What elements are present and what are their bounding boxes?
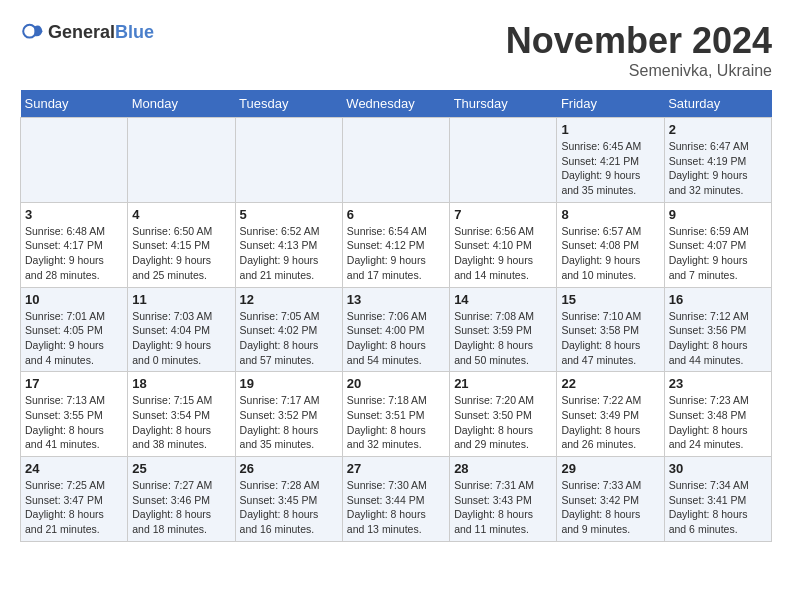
- calendar-cell: [21, 118, 128, 203]
- day-number: 9: [669, 207, 767, 222]
- day-number: 17: [25, 376, 123, 391]
- col-thursday: Thursday: [450, 90, 557, 118]
- day-number: 25: [132, 461, 230, 476]
- day-number: 18: [132, 376, 230, 391]
- day-info: Sunrise: 6:45 AMSunset: 4:21 PMDaylight:…: [561, 139, 659, 198]
- day-info: Sunrise: 7:15 AMSunset: 3:54 PMDaylight:…: [132, 393, 230, 452]
- day-number: 13: [347, 292, 445, 307]
- calendar-cell: 18Sunrise: 7:15 AMSunset: 3:54 PMDayligh…: [128, 372, 235, 457]
- calendar-week-4: 17Sunrise: 7:13 AMSunset: 3:55 PMDayligh…: [21, 372, 772, 457]
- calendar-cell: 19Sunrise: 7:17 AMSunset: 3:52 PMDayligh…: [235, 372, 342, 457]
- day-info: Sunrise: 6:57 AMSunset: 4:08 PMDaylight:…: [561, 224, 659, 283]
- calendar-cell: 24Sunrise: 7:25 AMSunset: 3:47 PMDayligh…: [21, 457, 128, 542]
- day-number: 23: [669, 376, 767, 391]
- day-number: 3: [25, 207, 123, 222]
- day-number: 30: [669, 461, 767, 476]
- day-info: Sunrise: 7:28 AMSunset: 3:45 PMDaylight:…: [240, 478, 338, 537]
- day-info: Sunrise: 7:05 AMSunset: 4:02 PMDaylight:…: [240, 309, 338, 368]
- calendar-cell: 5Sunrise: 6:52 AMSunset: 4:13 PMDaylight…: [235, 202, 342, 287]
- calendar-week-2: 3Sunrise: 6:48 AMSunset: 4:17 PMDaylight…: [21, 202, 772, 287]
- calendar-cell: 22Sunrise: 7:22 AMSunset: 3:49 PMDayligh…: [557, 372, 664, 457]
- day-number: 24: [25, 461, 123, 476]
- calendar-cell: 7Sunrise: 6:56 AMSunset: 4:10 PMDaylight…: [450, 202, 557, 287]
- calendar-cell: 28Sunrise: 7:31 AMSunset: 3:43 PMDayligh…: [450, 457, 557, 542]
- day-info: Sunrise: 7:18 AMSunset: 3:51 PMDaylight:…: [347, 393, 445, 452]
- calendar-cell: 4Sunrise: 6:50 AMSunset: 4:15 PMDaylight…: [128, 202, 235, 287]
- calendar-cell: 13Sunrise: 7:06 AMSunset: 4:00 PMDayligh…: [342, 287, 449, 372]
- calendar-week-3: 10Sunrise: 7:01 AMSunset: 4:05 PMDayligh…: [21, 287, 772, 372]
- day-info: Sunrise: 7:12 AMSunset: 3:56 PMDaylight:…: [669, 309, 767, 368]
- day-number: 7: [454, 207, 552, 222]
- calendar-cell: [342, 118, 449, 203]
- calendar-cell: 3Sunrise: 6:48 AMSunset: 4:17 PMDaylight…: [21, 202, 128, 287]
- day-number: 1: [561, 122, 659, 137]
- day-number: 22: [561, 376, 659, 391]
- calendar-table: Sunday Monday Tuesday Wednesday Thursday…: [20, 90, 772, 542]
- calendar-cell: 11Sunrise: 7:03 AMSunset: 4:04 PMDayligh…: [128, 287, 235, 372]
- day-info: Sunrise: 7:20 AMSunset: 3:50 PMDaylight:…: [454, 393, 552, 452]
- svg-point-0: [23, 25, 36, 38]
- calendar-cell: 21Sunrise: 7:20 AMSunset: 3:50 PMDayligh…: [450, 372, 557, 457]
- day-info: Sunrise: 6:50 AMSunset: 4:15 PMDaylight:…: [132, 224, 230, 283]
- calendar-week-5: 24Sunrise: 7:25 AMSunset: 3:47 PMDayligh…: [21, 457, 772, 542]
- col-monday: Monday: [128, 90, 235, 118]
- calendar-cell: 6Sunrise: 6:54 AMSunset: 4:12 PMDaylight…: [342, 202, 449, 287]
- col-saturday: Saturday: [664, 90, 771, 118]
- day-number: 4: [132, 207, 230, 222]
- day-number: 5: [240, 207, 338, 222]
- calendar-cell: 8Sunrise: 6:57 AMSunset: 4:08 PMDaylight…: [557, 202, 664, 287]
- calendar-cell: 29Sunrise: 7:33 AMSunset: 3:42 PMDayligh…: [557, 457, 664, 542]
- calendar-cell: 17Sunrise: 7:13 AMSunset: 3:55 PMDayligh…: [21, 372, 128, 457]
- day-number: 14: [454, 292, 552, 307]
- day-info: Sunrise: 7:10 AMSunset: 3:58 PMDaylight:…: [561, 309, 659, 368]
- day-info: Sunrise: 7:01 AMSunset: 4:05 PMDaylight:…: [25, 309, 123, 368]
- day-number: 11: [132, 292, 230, 307]
- day-info: Sunrise: 7:33 AMSunset: 3:42 PMDaylight:…: [561, 478, 659, 537]
- day-info: Sunrise: 6:56 AMSunset: 4:10 PMDaylight:…: [454, 224, 552, 283]
- calendar-cell: 26Sunrise: 7:28 AMSunset: 3:45 PMDayligh…: [235, 457, 342, 542]
- calendar-cell: 23Sunrise: 7:23 AMSunset: 3:48 PMDayligh…: [664, 372, 771, 457]
- day-info: Sunrise: 6:48 AMSunset: 4:17 PMDaylight:…: [25, 224, 123, 283]
- day-info: Sunrise: 7:03 AMSunset: 4:04 PMDaylight:…: [132, 309, 230, 368]
- day-number: 16: [669, 292, 767, 307]
- day-number: 21: [454, 376, 552, 391]
- calendar-cell: 15Sunrise: 7:10 AMSunset: 3:58 PMDayligh…: [557, 287, 664, 372]
- logo: GeneralBlue: [20, 20, 154, 44]
- day-number: 12: [240, 292, 338, 307]
- day-info: Sunrise: 7:22 AMSunset: 3:49 PMDaylight:…: [561, 393, 659, 452]
- calendar-cell: [450, 118, 557, 203]
- col-wednesday: Wednesday: [342, 90, 449, 118]
- page-header: GeneralBlue November 2024 Semenivka, Ukr…: [20, 20, 772, 80]
- day-number: 10: [25, 292, 123, 307]
- calendar-cell: 27Sunrise: 7:30 AMSunset: 3:44 PMDayligh…: [342, 457, 449, 542]
- day-info: Sunrise: 7:23 AMSunset: 3:48 PMDaylight:…: [669, 393, 767, 452]
- day-number: 6: [347, 207, 445, 222]
- calendar-header-row: Sunday Monday Tuesday Wednesday Thursday…: [21, 90, 772, 118]
- logo-icon: [20, 20, 44, 44]
- day-number: 29: [561, 461, 659, 476]
- day-number: 19: [240, 376, 338, 391]
- day-info: Sunrise: 7:34 AMSunset: 3:41 PMDaylight:…: [669, 478, 767, 537]
- day-info: Sunrise: 7:13 AMSunset: 3:55 PMDaylight:…: [25, 393, 123, 452]
- day-number: 27: [347, 461, 445, 476]
- calendar-cell: 20Sunrise: 7:18 AMSunset: 3:51 PMDayligh…: [342, 372, 449, 457]
- day-number: 15: [561, 292, 659, 307]
- day-info: Sunrise: 7:31 AMSunset: 3:43 PMDaylight:…: [454, 478, 552, 537]
- day-info: Sunrise: 6:54 AMSunset: 4:12 PMDaylight:…: [347, 224, 445, 283]
- location-title: Semenivka, Ukraine: [506, 62, 772, 80]
- day-info: Sunrise: 7:25 AMSunset: 3:47 PMDaylight:…: [25, 478, 123, 537]
- calendar-cell: 10Sunrise: 7:01 AMSunset: 4:05 PMDayligh…: [21, 287, 128, 372]
- col-sunday: Sunday: [21, 90, 128, 118]
- day-info: Sunrise: 7:06 AMSunset: 4:00 PMDaylight:…: [347, 309, 445, 368]
- day-number: 28: [454, 461, 552, 476]
- day-info: Sunrise: 7:30 AMSunset: 3:44 PMDaylight:…: [347, 478, 445, 537]
- day-info: Sunrise: 6:47 AMSunset: 4:19 PMDaylight:…: [669, 139, 767, 198]
- calendar-cell: 1Sunrise: 6:45 AMSunset: 4:21 PMDaylight…: [557, 118, 664, 203]
- col-tuesday: Tuesday: [235, 90, 342, 118]
- day-number: 2: [669, 122, 767, 137]
- col-friday: Friday: [557, 90, 664, 118]
- calendar-cell: 9Sunrise: 6:59 AMSunset: 4:07 PMDaylight…: [664, 202, 771, 287]
- calendar-cell: [128, 118, 235, 203]
- logo-general: General: [48, 22, 115, 42]
- day-info: Sunrise: 6:52 AMSunset: 4:13 PMDaylight:…: [240, 224, 338, 283]
